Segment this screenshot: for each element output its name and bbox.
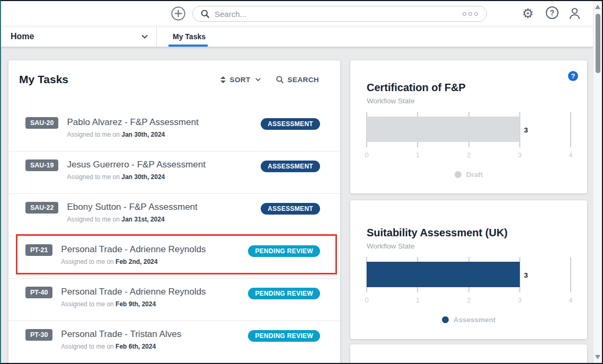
legend-dot (442, 316, 449, 323)
axis-tick-label: 3 (518, 151, 522, 159)
sort-button[interactable]: SORT (220, 76, 261, 84)
task-badge: SAU-22 (25, 202, 58, 214)
legend-label: Assessment (454, 316, 496, 324)
search-icon (200, 9, 210, 19)
task-row[interactable]: PT-21 Personal Trade - Adrienne Reynolds… (8, 236, 340, 279)
chart-title: Suitability Assessment (UK) (367, 200, 571, 239)
search-input[interactable] (215, 10, 462, 19)
top-bar: ⚙ ? (1, 1, 602, 26)
global-search[interactable] (192, 6, 487, 22)
plus-circle-icon (171, 6, 185, 21)
task-badge: PT-21 (25, 244, 52, 256)
active-tab-indicator (169, 45, 208, 47)
chart-subtitle: Workflow State (367, 97, 571, 105)
axis-tick-label: 4 (569, 151, 573, 159)
task-assigned-date: Assigned to me on Feb 9th, 2024 (61, 300, 248, 308)
ellipsis-icon (463, 12, 466, 16)
settings-button[interactable]: ⚙ (522, 6, 534, 21)
task-list: SAU-20 Pablo Alvarez - F&P Assessment As… (8, 109, 340, 363)
task-title: Personal Trade - Tristan Alves (61, 328, 248, 340)
scroll-down-arrow-icon[interactable] (595, 355, 600, 359)
task-badge: PT-30 (25, 329, 52, 341)
chart-bar (367, 262, 520, 287)
vertical-scrollbar[interactable] (593, 1, 602, 363)
app-window: ⚙ ? Home My Tasks My Tasks (0, 0, 603, 364)
task-badge: SAU-19 (25, 159, 58, 171)
task-row[interactable]: PT-40 Personal Trade - Adrienne Reynolds… (8, 279, 340, 321)
axis-tick-label: 0 (365, 151, 369, 159)
chart-x-axis: 01234 (367, 296, 571, 305)
axis-tick-line (571, 112, 571, 147)
task-title: Personal Trade - Adrienne Reynolds (61, 243, 248, 255)
page-title: My Tasks (19, 73, 68, 86)
search-icon (276, 75, 284, 84)
help-button[interactable]: ? (546, 6, 558, 19)
task-title: Pablo Alvarez - F&P Assessment (67, 116, 261, 128)
status-badge: ASSESSMENT (261, 161, 320, 172)
status-badge: PENDING REVIEW (248, 330, 320, 342)
chart-card-partial (350, 344, 587, 363)
task-assigned-date: Assigned to me on Jan 31st, 2024 (67, 216, 261, 223)
bar-value-label: 3 (524, 126, 528, 134)
status-badge: ASSESSMENT (261, 203, 320, 215)
chart-plot: 3 (367, 112, 571, 147)
bar-chart: 3 01234 Draft (367, 112, 571, 179)
task-title: Jesus Guerrero - F&P Assessment (67, 158, 261, 171)
task-row[interactable]: SAU-20 Pablo Alvarez - F&P Assessment As… (8, 109, 340, 152)
task-title: Personal Trade - Adrienne Reynolds (61, 286, 248, 298)
search-tasks-button[interactable]: SEARCH (276, 75, 319, 84)
task-assigned-date: Assigned to me on Feb 2nd, 2024 (61, 258, 248, 265)
search-options-button[interactable] (462, 10, 479, 18)
sort-arrows-icon (220, 76, 226, 83)
gear-icon: ⚙ (522, 6, 534, 21)
scroll-up-arrow-icon[interactable] (595, 5, 600, 9)
axis-tick-label: 1 (415, 151, 420, 159)
task-row[interactable]: SAU-19 Jesus Guerrero - F&P Assessment A… (8, 152, 340, 194)
legend-dot (455, 171, 462, 178)
status-badge: PENDING REVIEW (248, 245, 320, 257)
person-icon (567, 6, 582, 21)
nav-separator (156, 26, 157, 47)
task-assigned-date: Assigned to me on Feb 6th, 2024 (61, 343, 248, 350)
nav-bar: Home My Tasks (1, 26, 602, 47)
chart-card-suitability: Suitability Assessment (UK) Workflow Sta… (350, 200, 587, 339)
status-badge: PENDING REVIEW (248, 288, 320, 299)
task-row[interactable]: PT-30 Personal Trade - Tristan Alves Ass… (8, 321, 340, 363)
chart-plot: 3 (367, 257, 571, 292)
axis-tick-line (571, 257, 571, 292)
scrollbar-thumb[interactable] (596, 14, 600, 73)
home-dropdown[interactable]: Home (1, 26, 156, 47)
user-menu-button[interactable] (567, 6, 582, 23)
task-badge: PT-40 (25, 287, 52, 298)
task-assigned-date: Assigned to me on Jan 30th, 2024 (67, 173, 261, 181)
axis-tick-label: 2 (467, 151, 471, 159)
legend-label: Draft (466, 171, 483, 179)
question-icon: ? (550, 8, 555, 17)
chart-x-axis: 01234 (367, 151, 571, 159)
bar-chart: 3 01234 Assessment (367, 257, 571, 324)
chart-legend: Draft (367, 171, 571, 179)
status-badge: ASSESSMENT (261, 118, 320, 130)
question-icon: ? (571, 72, 575, 80)
chart-subtitle: Workflow State (367, 242, 571, 250)
my-tasks-panel: My Tasks SORT SEARCH (8, 60, 340, 363)
chart-card-certification: ? Certification of F&P Workflow State 3 … (350, 60, 587, 193)
axis-tick-label: 0 (365, 296, 369, 304)
add-button[interactable] (171, 6, 185, 21)
panel-header: My Tasks SORT SEARCH (8, 60, 340, 86)
card-help-button[interactable]: ? (568, 71, 578, 81)
task-badge: SAU-20 (25, 117, 58, 129)
chart-bar (367, 117, 520, 142)
bar-value-label: 3 (524, 271, 528, 279)
task-title: Ebony Sutton - F&P Assessment (67, 201, 261, 213)
main-content: My Tasks SORT SEARCH (1, 47, 602, 363)
task-assigned-date: Assigned to me on Jan 30th, 2024 (67, 131, 261, 138)
chevron-down-icon (140, 32, 149, 41)
home-label: Home (11, 32, 34, 41)
chevron-down-icon (254, 76, 262, 83)
tab-my-tasks[interactable]: My Tasks (169, 26, 210, 47)
task-row[interactable]: SAU-22 Ebony Sutton - F&P Assessment Ass… (8, 194, 340, 236)
axis-tick-label: 2 (467, 296, 471, 304)
chart-legend: Assessment (367, 316, 571, 324)
chart-title: Certification of F&P (367, 60, 571, 94)
